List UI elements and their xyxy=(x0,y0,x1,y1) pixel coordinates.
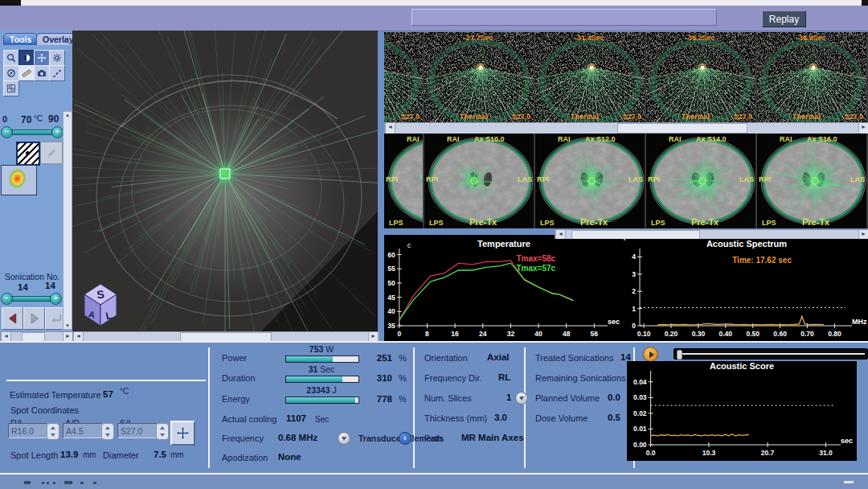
status-mark-right xyxy=(844,481,854,483)
path-value: MR Main Axes xyxy=(461,433,524,442)
temp-scale-plus-button[interactable]: + xyxy=(51,126,63,138)
svg-text:MHz: MHz xyxy=(852,318,867,326)
planned-volume-value: 0.0 xyxy=(608,392,620,402)
energy-value-row: 23343 J xyxy=(285,385,358,395)
transducer-elements-button[interactable]: › xyxy=(399,432,411,445)
slice-label: S27.0 xyxy=(844,113,863,121)
dose-volume-value: 0.5 xyxy=(608,413,620,422)
sonication-plus-button[interactable]: + xyxy=(50,293,62,305)
ruler-tool-button[interactable] xyxy=(18,65,35,81)
rl-spinner[interactable] xyxy=(47,423,59,440)
scroll-left-arrow-icon[interactable]: ◄ xyxy=(385,123,395,134)
thermal-image-tile[interactable]: 35.2Sec Thermal S27.0 xyxy=(646,32,755,122)
si-coordinate-field[interactable] xyxy=(117,423,158,438)
mri-image-tile-partial[interactable]: RAI Ax S8.0 RPI LAS LPS Pre-Tx xyxy=(384,134,423,228)
previous-sonication-button[interactable] xyxy=(2,307,23,330)
mri-image-tile[interactable]: RAI Ax S14.0 RPI LAS LPS Pre-Tx xyxy=(646,134,755,228)
duration-label: Duration xyxy=(222,373,256,383)
sonication-slider[interactable] xyxy=(12,296,51,302)
orientation-value: Axial xyxy=(487,352,510,362)
actual-cooling-unit: Sec xyxy=(315,415,329,424)
acoustic-score-chart: 0.010.320.731.00.000.010.020.030.04Acous… xyxy=(627,361,857,461)
actual-cooling-value: 1107 xyxy=(286,413,306,423)
svg-text:0.30: 0.30 xyxy=(692,330,706,338)
sonication-minus-button[interactable]: − xyxy=(1,293,13,305)
temp-scale-minus-button[interactable]: − xyxy=(1,126,13,138)
pretx-label: Pre-Tx xyxy=(580,217,608,227)
frequency-label: Frequency xyxy=(222,434,264,443)
power-percent: 251 xyxy=(371,353,392,363)
svg-text:8: 8 xyxy=(425,330,429,338)
thermal-row-scrollbar[interactable]: ◄ ► xyxy=(384,122,868,134)
spot-length-unit: mm xyxy=(83,450,96,459)
ap-spinner[interactable] xyxy=(101,423,114,440)
snapshot-tool-button[interactable] xyxy=(34,65,50,81)
orientation-cube[interactable]: S A L xyxy=(82,281,120,328)
temp-scale-slider[interactable] xyxy=(12,129,52,135)
spot-length-label: Spot Length xyxy=(10,450,58,460)
planned-volume-label: Planned Volume xyxy=(535,393,600,403)
windowing-tool-button[interactable] xyxy=(3,65,19,81)
svg-text:31.0: 31.0 xyxy=(819,449,833,457)
svg-text:0.80: 0.80 xyxy=(828,330,841,338)
move-spot-button[interactable] xyxy=(170,421,195,446)
pan-tool-button[interactable] xyxy=(34,50,50,66)
thermal-image-tile[interactable]: 38.9Sec Thermal S27.0 xyxy=(757,32,866,122)
gear-icon xyxy=(52,53,62,63)
ap-coordinate-field[interactable] xyxy=(63,423,103,438)
svg-text:60: 60 xyxy=(387,251,395,259)
temperature-chart: 08162432404856354045505560Temperaturecse… xyxy=(384,239,624,342)
grid-overlay-tool-button[interactable] xyxy=(3,80,19,97)
draw-spot-button[interactable] xyxy=(40,142,63,164)
orientation-marker: RAI xyxy=(558,135,571,143)
thermal-image-tile-partial[interactable]: Thermal S27.0 xyxy=(384,32,423,122)
thermal-image-tile[interactable]: 27.7Sec Thermal S27.0 xyxy=(424,32,534,122)
num-slices-dropdown-button[interactable] xyxy=(515,392,528,405)
panel-divider xyxy=(208,347,210,468)
actual-cooling-label: Actual cooling xyxy=(222,414,277,424)
top-edge-right-dark xyxy=(862,0,868,6)
svg-text:0: 0 xyxy=(632,322,636,330)
svg-text:0.01: 0.01 xyxy=(633,425,647,433)
replay-button[interactable]: Replay xyxy=(762,10,806,27)
return-arrow-icon xyxy=(49,311,63,326)
settings-tool-button[interactable] xyxy=(49,50,65,66)
viewer-3d[interactable]: S A L xyxy=(72,31,378,331)
mri-image-tile[interactable]: RAI Ax S12.0 RPI LAS LPS Pre-Tx xyxy=(535,134,645,228)
svg-text:Time: 17.62 sec: Time: 17.62 sec xyxy=(732,256,792,265)
next-sonication-button[interactable] xyxy=(23,307,45,330)
mri-image-tile[interactable]: RAI Ax S16.0 RPI LAS LPS Pre-Tx xyxy=(757,134,866,228)
scroll-right-arrow-icon[interactable]: ► xyxy=(858,123,868,134)
thermal-image-tile[interactable]: 31.4Sec Thermal S27.0 xyxy=(535,32,645,122)
status-mark xyxy=(24,481,31,484)
slice-position-label: Ax S10.0 xyxy=(474,135,505,143)
frequency-dropdown-button[interactable] xyxy=(338,432,350,445)
status-mark xyxy=(64,481,72,484)
replay-scrubber[interactable] xyxy=(674,348,868,360)
hatch-overlay-button[interactable] xyxy=(16,142,40,166)
pan-icon xyxy=(37,53,47,63)
sidebar-vertical-scrollbar[interactable]: ▲ ▼ xyxy=(63,111,72,330)
pretx-label: Pre-Tx xyxy=(802,217,829,227)
top-edge-left-dark xyxy=(0,0,21,6)
polyline-tool-button[interactable] xyxy=(49,65,65,81)
pretx-label: Pre-Tx xyxy=(691,217,719,227)
frequency-dir-value: RL xyxy=(498,372,510,382)
chevron-down-icon xyxy=(342,437,346,441)
svg-text:sec: sec xyxy=(608,318,620,326)
rl-coordinate-field[interactable] xyxy=(8,423,48,438)
mri-image-tile[interactable]: RAI Ax S10.0 RPI LAS LPS Pre-Tx xyxy=(424,134,534,228)
scrubber-handle[interactable] xyxy=(677,350,682,360)
zoom-tool-button[interactable] xyxy=(3,50,19,66)
svg-text:48: 48 xyxy=(563,330,571,338)
estimated-temperature-unit: °C xyxy=(120,387,129,396)
replay-play-button[interactable] xyxy=(643,347,658,362)
tab-tools[interactable]: Tools xyxy=(3,33,38,45)
contrast-tool-button[interactable] xyxy=(18,50,35,66)
thermal-map-button[interactable] xyxy=(1,165,37,195)
svg-text:0.60: 0.60 xyxy=(773,330,787,338)
si-spinner[interactable] xyxy=(156,423,169,440)
message-field[interactable] xyxy=(411,9,717,26)
slice-label: S27.0 xyxy=(400,113,420,121)
svg-text:56: 56 xyxy=(591,330,599,338)
